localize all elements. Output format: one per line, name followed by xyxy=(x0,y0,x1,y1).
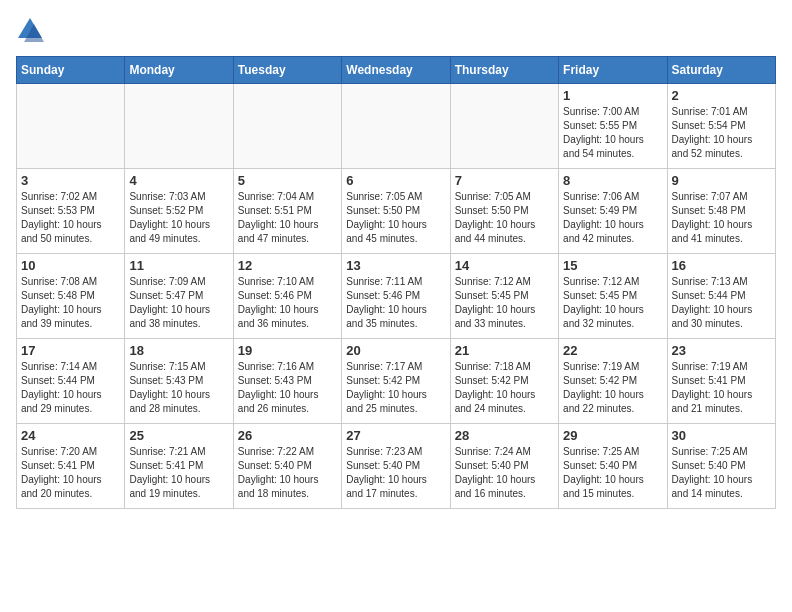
calendar-cell: 29Sunrise: 7:25 AM Sunset: 5:40 PM Dayli… xyxy=(559,424,667,509)
header xyxy=(16,16,776,44)
day-info: Sunrise: 7:05 AM Sunset: 5:50 PM Dayligh… xyxy=(455,190,554,246)
day-info: Sunrise: 7:21 AM Sunset: 5:41 PM Dayligh… xyxy=(129,445,228,501)
calendar-cell: 27Sunrise: 7:23 AM Sunset: 5:40 PM Dayli… xyxy=(342,424,450,509)
calendar-cell: 6Sunrise: 7:05 AM Sunset: 5:50 PM Daylig… xyxy=(342,169,450,254)
day-info: Sunrise: 7:19 AM Sunset: 5:42 PM Dayligh… xyxy=(563,360,662,416)
day-number: 11 xyxy=(129,258,228,273)
day-info: Sunrise: 7:16 AM Sunset: 5:43 PM Dayligh… xyxy=(238,360,337,416)
day-number: 19 xyxy=(238,343,337,358)
day-number: 12 xyxy=(238,258,337,273)
calendar-cell: 1Sunrise: 7:00 AM Sunset: 5:55 PM Daylig… xyxy=(559,84,667,169)
day-number: 29 xyxy=(563,428,662,443)
day-info: Sunrise: 7:22 AM Sunset: 5:40 PM Dayligh… xyxy=(238,445,337,501)
calendar-table: SundayMondayTuesdayWednesdayThursdayFrid… xyxy=(16,56,776,509)
day-number: 22 xyxy=(563,343,662,358)
weekday-header-friday: Friday xyxy=(559,57,667,84)
day-number: 10 xyxy=(21,258,120,273)
day-number: 26 xyxy=(238,428,337,443)
day-info: Sunrise: 7:06 AM Sunset: 5:49 PM Dayligh… xyxy=(563,190,662,246)
calendar-cell: 14Sunrise: 7:12 AM Sunset: 5:45 PM Dayli… xyxy=(450,254,558,339)
day-number: 20 xyxy=(346,343,445,358)
calendar-cell: 19Sunrise: 7:16 AM Sunset: 5:43 PM Dayli… xyxy=(233,339,341,424)
day-number: 3 xyxy=(21,173,120,188)
day-info: Sunrise: 7:12 AM Sunset: 5:45 PM Dayligh… xyxy=(563,275,662,331)
day-info: Sunrise: 7:24 AM Sunset: 5:40 PM Dayligh… xyxy=(455,445,554,501)
calendar-cell: 3Sunrise: 7:02 AM Sunset: 5:53 PM Daylig… xyxy=(17,169,125,254)
calendar-cell: 24Sunrise: 7:20 AM Sunset: 5:41 PM Dayli… xyxy=(17,424,125,509)
calendar-cell: 4Sunrise: 7:03 AM Sunset: 5:52 PM Daylig… xyxy=(125,169,233,254)
day-number: 16 xyxy=(672,258,771,273)
day-info: Sunrise: 7:12 AM Sunset: 5:45 PM Dayligh… xyxy=(455,275,554,331)
day-info: Sunrise: 7:02 AM Sunset: 5:53 PM Dayligh… xyxy=(21,190,120,246)
calendar-cell xyxy=(342,84,450,169)
calendar-cell xyxy=(233,84,341,169)
day-info: Sunrise: 7:13 AM Sunset: 5:44 PM Dayligh… xyxy=(672,275,771,331)
day-info: Sunrise: 7:25 AM Sunset: 5:40 PM Dayligh… xyxy=(672,445,771,501)
calendar-cell: 18Sunrise: 7:15 AM Sunset: 5:43 PM Dayli… xyxy=(125,339,233,424)
day-number: 13 xyxy=(346,258,445,273)
day-info: Sunrise: 7:14 AM Sunset: 5:44 PM Dayligh… xyxy=(21,360,120,416)
calendar-cell: 12Sunrise: 7:10 AM Sunset: 5:46 PM Dayli… xyxy=(233,254,341,339)
calendar-cell: 23Sunrise: 7:19 AM Sunset: 5:41 PM Dayli… xyxy=(667,339,775,424)
day-info: Sunrise: 7:17 AM Sunset: 5:42 PM Dayligh… xyxy=(346,360,445,416)
calendar-cell: 10Sunrise: 7:08 AM Sunset: 5:48 PM Dayli… xyxy=(17,254,125,339)
calendar-cell: 21Sunrise: 7:18 AM Sunset: 5:42 PM Dayli… xyxy=(450,339,558,424)
day-number: 7 xyxy=(455,173,554,188)
day-number: 21 xyxy=(455,343,554,358)
day-info: Sunrise: 7:25 AM Sunset: 5:40 PM Dayligh… xyxy=(563,445,662,501)
calendar-cell: 11Sunrise: 7:09 AM Sunset: 5:47 PM Dayli… xyxy=(125,254,233,339)
day-number: 14 xyxy=(455,258,554,273)
calendar-cell: 20Sunrise: 7:17 AM Sunset: 5:42 PM Dayli… xyxy=(342,339,450,424)
day-info: Sunrise: 7:23 AM Sunset: 5:40 PM Dayligh… xyxy=(346,445,445,501)
calendar-cell: 28Sunrise: 7:24 AM Sunset: 5:40 PM Dayli… xyxy=(450,424,558,509)
logo xyxy=(16,16,48,44)
weekday-header-tuesday: Tuesday xyxy=(233,57,341,84)
calendar-cell: 22Sunrise: 7:19 AM Sunset: 5:42 PM Dayli… xyxy=(559,339,667,424)
day-number: 4 xyxy=(129,173,228,188)
calendar-cell: 13Sunrise: 7:11 AM Sunset: 5:46 PM Dayli… xyxy=(342,254,450,339)
day-info: Sunrise: 7:09 AM Sunset: 5:47 PM Dayligh… xyxy=(129,275,228,331)
weekday-header-thursday: Thursday xyxy=(450,57,558,84)
day-info: Sunrise: 7:10 AM Sunset: 5:46 PM Dayligh… xyxy=(238,275,337,331)
day-info: Sunrise: 7:18 AM Sunset: 5:42 PM Dayligh… xyxy=(455,360,554,416)
calendar-cell: 17Sunrise: 7:14 AM Sunset: 5:44 PM Dayli… xyxy=(17,339,125,424)
calendar-cell xyxy=(125,84,233,169)
day-number: 18 xyxy=(129,343,228,358)
calendar-cell: 5Sunrise: 7:04 AM Sunset: 5:51 PM Daylig… xyxy=(233,169,341,254)
calendar-cell: 9Sunrise: 7:07 AM Sunset: 5:48 PM Daylig… xyxy=(667,169,775,254)
day-info: Sunrise: 7:01 AM Sunset: 5:54 PM Dayligh… xyxy=(672,105,771,161)
day-info: Sunrise: 7:15 AM Sunset: 5:43 PM Dayligh… xyxy=(129,360,228,416)
day-number: 2 xyxy=(672,88,771,103)
day-number: 27 xyxy=(346,428,445,443)
day-number: 17 xyxy=(21,343,120,358)
day-info: Sunrise: 7:07 AM Sunset: 5:48 PM Dayligh… xyxy=(672,190,771,246)
weekday-header-monday: Monday xyxy=(125,57,233,84)
day-number: 28 xyxy=(455,428,554,443)
weekday-header-sunday: Sunday xyxy=(17,57,125,84)
weekday-header-wednesday: Wednesday xyxy=(342,57,450,84)
day-info: Sunrise: 7:04 AM Sunset: 5:51 PM Dayligh… xyxy=(238,190,337,246)
calendar-cell: 2Sunrise: 7:01 AM Sunset: 5:54 PM Daylig… xyxy=(667,84,775,169)
day-info: Sunrise: 7:19 AM Sunset: 5:41 PM Dayligh… xyxy=(672,360,771,416)
weekday-header-saturday: Saturday xyxy=(667,57,775,84)
logo-icon xyxy=(16,16,44,44)
day-number: 23 xyxy=(672,343,771,358)
day-info: Sunrise: 7:00 AM Sunset: 5:55 PM Dayligh… xyxy=(563,105,662,161)
day-info: Sunrise: 7:20 AM Sunset: 5:41 PM Dayligh… xyxy=(21,445,120,501)
day-number: 15 xyxy=(563,258,662,273)
day-info: Sunrise: 7:11 AM Sunset: 5:46 PM Dayligh… xyxy=(346,275,445,331)
calendar-cell: 7Sunrise: 7:05 AM Sunset: 5:50 PM Daylig… xyxy=(450,169,558,254)
day-info: Sunrise: 7:03 AM Sunset: 5:52 PM Dayligh… xyxy=(129,190,228,246)
day-number: 30 xyxy=(672,428,771,443)
day-info: Sunrise: 7:08 AM Sunset: 5:48 PM Dayligh… xyxy=(21,275,120,331)
day-number: 24 xyxy=(21,428,120,443)
calendar-cell: 25Sunrise: 7:21 AM Sunset: 5:41 PM Dayli… xyxy=(125,424,233,509)
day-number: 5 xyxy=(238,173,337,188)
calendar-cell xyxy=(17,84,125,169)
calendar-cell: 16Sunrise: 7:13 AM Sunset: 5:44 PM Dayli… xyxy=(667,254,775,339)
day-number: 9 xyxy=(672,173,771,188)
calendar-cell: 26Sunrise: 7:22 AM Sunset: 5:40 PM Dayli… xyxy=(233,424,341,509)
calendar-cell: 30Sunrise: 7:25 AM Sunset: 5:40 PM Dayli… xyxy=(667,424,775,509)
day-number: 8 xyxy=(563,173,662,188)
day-info: Sunrise: 7:05 AM Sunset: 5:50 PM Dayligh… xyxy=(346,190,445,246)
